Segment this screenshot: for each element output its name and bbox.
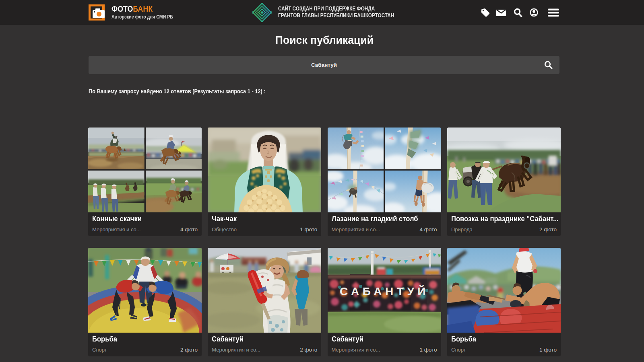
svg-text:САБАНТУЙ: САБАНТУЙ [340,285,429,298]
